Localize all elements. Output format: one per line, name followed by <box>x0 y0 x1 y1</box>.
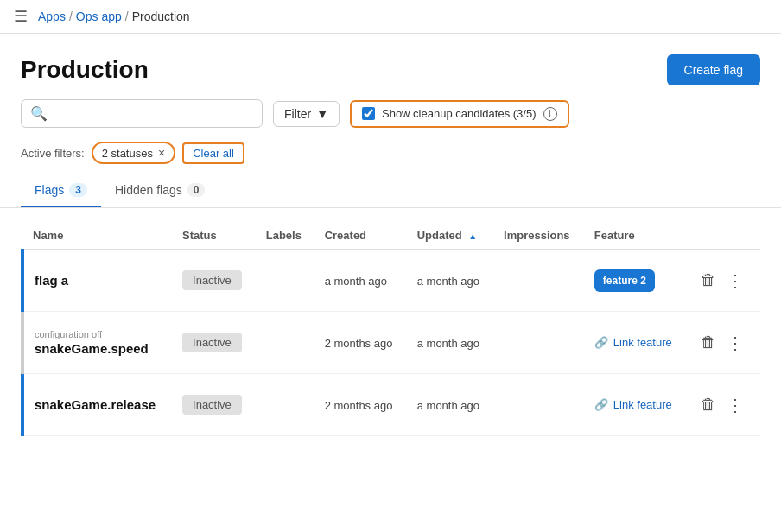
config-note: configuration off <box>35 329 162 339</box>
info-icon[interactable]: i <box>543 107 557 121</box>
flag-actions-cell: 🗑 ⋮ <box>687 312 760 374</box>
table-row: configuration off snakeGame.speed Inacti… <box>22 312 760 374</box>
row-actions: 🗑 ⋮ <box>697 329 750 357</box>
tabs-row: Flags 3 Hidden flags 0 <box>0 174 781 208</box>
flag-feature-cell: 🔗 Link feature <box>584 374 687 436</box>
tab-flags[interactable]: Flags 3 <box>21 174 101 207</box>
created-time: 2 months ago <box>325 399 393 412</box>
filter-button[interactable]: Filter ▼ <box>273 101 340 127</box>
breadcrumb-sep-1: / <box>69 10 73 23</box>
flag-name: flag a <box>35 273 68 288</box>
status-badge: Inactive <box>182 332 242 352</box>
flag-actions-cell: 🗑 ⋮ <box>687 250 760 312</box>
breadcrumb-apps[interactable]: Apps <box>38 10 66 23</box>
breadcrumb-production: Production <box>132 10 190 23</box>
flag-created-cell: 2 months ago <box>314 312 407 374</box>
flag-created-cell: a month ago <box>314 250 407 312</box>
updated-time: a month ago <box>417 399 479 412</box>
delete-button[interactable]: 🗑 <box>697 330 720 355</box>
hamburger-icon[interactable]: ☰ <box>14 7 28 26</box>
feature-badge[interactable]: feature 2 <box>594 269 655 292</box>
col-feature: Feature <box>584 222 687 250</box>
flag-impressions-cell <box>493 374 584 436</box>
search-filter-row: 🔍 Filter ▼ Show cleanup candidates (3/5)… <box>0 99 781 138</box>
tab-flags-badge: 3 <box>69 183 87 197</box>
flag-updated-cell: a month ago <box>407 312 493 374</box>
flag-feature-cell: 🔗 Link feature <box>584 312 687 374</box>
chip-remove-icon[interactable]: × <box>158 146 165 160</box>
cleanup-candidates-container: Show cleanup candidates (3/5) i <box>350 100 569 128</box>
created-time: a month ago <box>325 275 387 288</box>
row-actions: 🗑 ⋮ <box>697 391 750 419</box>
col-updated[interactable]: Updated ▲ <box>407 222 493 250</box>
row-actions: 🗑 ⋮ <box>697 267 750 294</box>
link-icon: 🔗 <box>594 398 608 411</box>
page-header: Production Create flag <box>0 34 781 99</box>
flag-name-cell: snakeGame.release <box>22 374 172 436</box>
flag-status-cell: Inactive <box>172 312 256 374</box>
flag-impressions-cell <box>493 312 584 374</box>
flag-name-cell: flag a <box>22 250 172 312</box>
link-feature[interactable]: 🔗 Link feature <box>594 336 676 349</box>
flag-actions-cell: 🗑 ⋮ <box>687 374 760 436</box>
breadcrumb-opsapp[interactable]: Ops app <box>76 10 122 23</box>
search-icon: 🔍 <box>30 105 48 122</box>
col-status: Status <box>172 222 256 250</box>
chip-label: 2 statuses <box>102 147 153 160</box>
col-impressions: Impressions <box>493 222 584 250</box>
sort-updated-icon: ▲ <box>468 231 477 241</box>
updated-time: a month ago <box>417 275 479 288</box>
table-row: snakeGame.release Inactive 2 months ago … <box>22 374 760 436</box>
clear-all-button[interactable]: Clear all <box>182 142 244 164</box>
status-badge: Inactive <box>182 270 242 290</box>
tab-hidden-flags[interactable]: Hidden flags 0 <box>101 174 219 207</box>
filter-label: Filter <box>284 107 311 121</box>
link-icon: 🔗 <box>594 336 608 349</box>
link-feature-label: Link feature <box>613 398 672 411</box>
breadcrumb-sep-2: / <box>125 10 129 23</box>
flag-updated-cell: a month ago <box>407 374 493 436</box>
filter-icon: ▼ <box>316 107 328 121</box>
active-filters-row: Active filters: 2 statuses × Clear all <box>0 138 781 174</box>
more-options-button[interactable]: ⋮ <box>723 391 747 419</box>
tab-flags-label: Flags <box>35 183 64 197</box>
delete-button[interactable]: 🗑 <box>697 392 720 417</box>
search-box: 🔍 <box>21 99 263 128</box>
tab-hidden-badge: 0 <box>187 183 206 197</box>
flag-updated-cell: a month ago <box>407 250 493 312</box>
flag-name: snakeGame.speed <box>35 341 149 356</box>
page-title: Production <box>21 56 149 84</box>
top-nav: ☰ Apps / Ops app / Production <box>0 0 781 34</box>
flags-table: Name Status Labels Created Updated ▲ Imp… <box>21 222 760 436</box>
flag-status-cell: Inactive <box>172 250 256 312</box>
col-name: Name <box>22 222 172 250</box>
flag-labels-cell <box>256 250 314 312</box>
search-input[interactable] <box>54 107 253 121</box>
col-created: Created <box>314 222 407 250</box>
cleanup-checkbox[interactable] <box>362 107 375 120</box>
col-labels: Labels <box>256 222 314 250</box>
breadcrumb: Apps / Ops app / Production <box>38 10 190 23</box>
table-row: flag a Inactive a month ago a month ago … <box>22 250 760 312</box>
col-actions <box>687 222 760 250</box>
flag-status-cell: Inactive <box>172 374 256 436</box>
flag-labels-cell <box>256 374 314 436</box>
more-options-button[interactable]: ⋮ <box>723 267 747 294</box>
tab-hidden-label: Hidden flags <box>115 183 182 197</box>
more-options-button[interactable]: ⋮ <box>723 329 747 357</box>
updated-time: a month ago <box>417 337 479 350</box>
active-filters-label: Active filters: <box>21 147 85 160</box>
flag-name-cell: configuration off snakeGame.speed <box>22 312 172 374</box>
cleanup-label[interactable]: Show cleanup candidates (3/5) <box>382 107 537 120</box>
flag-name: snakeGame.release <box>35 397 156 412</box>
flag-labels-cell <box>256 312 314 374</box>
filter-chip-statuses[interactable]: 2 statuses × <box>92 142 175 164</box>
delete-button[interactable]: 🗑 <box>697 268 720 293</box>
create-flag-button[interactable]: Create flag <box>667 54 760 86</box>
flag-impressions-cell <box>493 250 584 312</box>
link-feature[interactable]: 🔗 Link feature <box>594 398 676 411</box>
flag-feature-cell: feature 2 <box>584 250 687 312</box>
status-badge: Inactive <box>182 395 242 415</box>
created-time: 2 months ago <box>325 337 393 350</box>
flag-created-cell: 2 months ago <box>314 374 407 436</box>
